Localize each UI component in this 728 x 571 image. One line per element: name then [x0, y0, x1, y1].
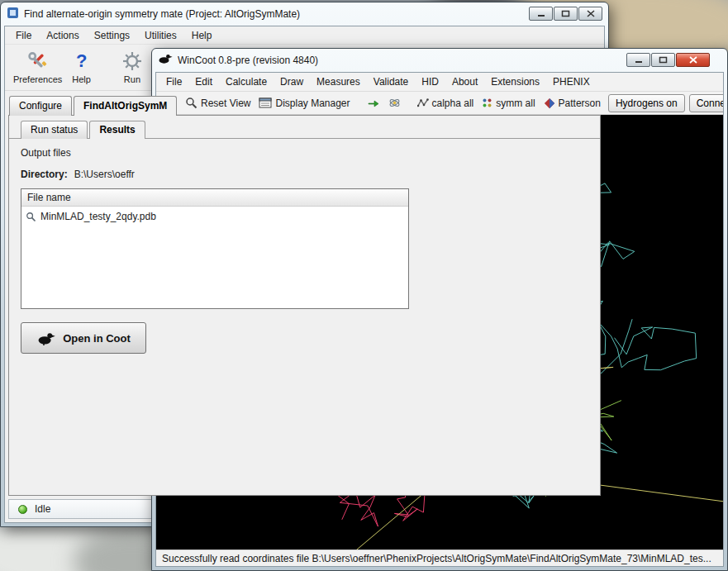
phenix-results-panel: Run status Results Output files Director…: [8, 115, 601, 496]
maximize-button[interactable]: [651, 53, 675, 67]
phenix-subtab-row: Run status Results: [9, 116, 600, 139]
status-dot-icon: [18, 505, 27, 514]
tab-findaltorigsymmate[interactable]: FindAltOrigSymM: [74, 96, 177, 116]
menu-item-calculate[interactable]: Calculate: [219, 74, 274, 90]
help-button[interactable]: ? Help: [67, 47, 96, 85]
wincoot-window-title: WinCoot 0.8-pre (revision 4840): [178, 55, 318, 66]
minimize-button[interactable]: [626, 53, 650, 67]
gear-icon: [122, 48, 142, 74]
open-in-coot-button[interactable]: Open in Coot: [21, 322, 146, 354]
maximize-icon: [659, 56, 668, 64]
close-button[interactable]: [676, 53, 710, 67]
wincoot-window-icon: [158, 53, 173, 67]
directory-value: B:\Users\oeffr: [74, 169, 135, 180]
phenix-window-title: Find alternate-origin symmetry mate (Pro…: [24, 8, 300, 20]
run-button[interactable]: Run: [117, 47, 147, 85]
maximize-icon: [561, 10, 570, 17]
connected-to-phenix-button[interactable]: Connected to PHENIX: [689, 94, 724, 112]
subtab-results[interactable]: Results: [89, 121, 145, 139]
phenix-menubar: File Actions Settings Utilities Help: [5, 26, 604, 45]
menu-item-validate[interactable]: Validate: [367, 74, 415, 90]
subtab-run-status[interactable]: Run status: [21, 121, 88, 139]
wincoot-statusbar: Successfully read coordinates file B:\Us…: [156, 550, 723, 566]
tab-configure[interactable]: Configure: [9, 96, 72, 116]
menu-item-measures[interactable]: Measures: [310, 74, 367, 90]
menu-item-extensions[interactable]: Extensions: [484, 74, 546, 90]
menu-item-about[interactable]: About: [445, 74, 484, 90]
file-row[interactable]: MinMLAD_testy_2qdy.pdb: [21, 207, 408, 226]
menu-item-hid[interactable]: HID: [415, 74, 445, 90]
help-icon: ?: [76, 48, 87, 74]
close-icon: [587, 10, 595, 17]
menu-item-file[interactable]: File: [159, 74, 188, 90]
phenix-status-text: Idle: [35, 503, 50, 515]
file-name: MinMLAD_testy_2qdy.pdb: [40, 211, 156, 222]
tools-icon: [27, 48, 49, 74]
minimize-icon: [537, 10, 545, 17]
menu-item-help[interactable]: Help: [184, 28, 220, 43]
file-list-header[interactable]: File name: [21, 189, 408, 207]
minimize-icon: [635, 56, 643, 64]
menu-item-file[interactable]: File: [8, 28, 39, 43]
output-file-list: File name MinMLAD_testy_2qdy.pdb: [21, 188, 409, 309]
wincoot-titlebar[interactable]: WinCoot 0.8-pre (revision 4840): [152, 49, 727, 71]
preferences-button[interactable]: Preferences: [8, 47, 67, 85]
run-label: Run: [124, 74, 140, 84]
magnifier-icon: [26, 212, 36, 222]
preferences-label: Preferences: [13, 74, 62, 84]
directory-label: Directory:: [21, 169, 68, 180]
close-button[interactable]: [578, 7, 602, 21]
menu-item-edit[interactable]: Edit: [188, 74, 219, 90]
output-files-label: Output files: [21, 147, 588, 159]
minimize-button[interactable]: [529, 7, 553, 21]
hydrogens-on-button[interactable]: Hydrogens on: [608, 94, 685, 112]
menu-item-settings[interactable]: Settings: [87, 28, 137, 43]
coot-bird-icon: [36, 331, 56, 345]
menu-item-utilities[interactable]: Utilities: [137, 28, 184, 43]
wincoot-menubar: File Edit Calculate Draw Measures Valida…: [156, 73, 723, 92]
phenix-window-icon: [7, 7, 19, 21]
phenix-titlebar[interactable]: Find alternate-origin symmetry mate (Pro…: [1, 2, 608, 25]
close-icon: [689, 56, 697, 64]
menu-item-draw[interactable]: Draw: [274, 74, 310, 90]
menu-item-actions[interactable]: Actions: [39, 28, 86, 43]
phenix-tab-row: Configure FindAltOrigSymM: [5, 91, 604, 116]
open-in-coot-label: Open in Coot: [63, 332, 131, 345]
menu-item-phenix[interactable]: PHENIX: [546, 74, 597, 90]
wincoot-status-text: Successfully read coordinates file B:\Us…: [162, 553, 711, 564]
maximize-button[interactable]: [554, 7, 578, 21]
help-label: Help: [72, 74, 91, 84]
